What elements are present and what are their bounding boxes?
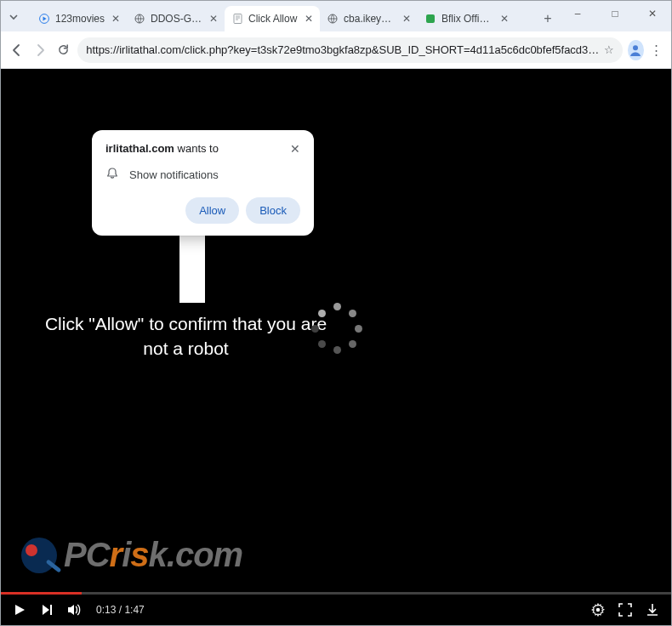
window-controls: – □ ✕ bbox=[559, 1, 671, 31]
tab-close-icon[interactable]: ✕ bbox=[498, 13, 510, 25]
window-close-button[interactable]: ✕ bbox=[634, 1, 671, 26]
globe-favicon-icon bbox=[327, 13, 339, 25]
tab-0[interactable]: 123movies✕ bbox=[31, 6, 127, 31]
permission-close-button[interactable]: ✕ bbox=[290, 142, 300, 156]
watermark-text: PCrisk.com bbox=[64, 536, 242, 574]
green-favicon-icon bbox=[424, 13, 436, 25]
maximize-button[interactable]: □ bbox=[596, 1, 634, 26]
tab-close-icon[interactable]: ✕ bbox=[110, 13, 122, 25]
permission-site: irlitathal.com bbox=[105, 142, 174, 155]
settings-button[interactable] bbox=[591, 603, 605, 617]
tab-label: Bflix Official bbox=[441, 13, 493, 25]
bell-icon bbox=[105, 168, 119, 182]
tab-label: 123movies bbox=[55, 13, 105, 25]
video-duration: 1:47 bbox=[124, 604, 144, 616]
forward-button bbox=[31, 38, 48, 62]
video-current-time: 0:13 bbox=[96, 604, 116, 616]
tab-3[interactable]: cba.ikeymonitor✕ bbox=[320, 6, 418, 31]
tab-label: cba.ikeymonitor bbox=[344, 13, 396, 25]
permission-item-label: Show notifications bbox=[129, 168, 219, 181]
watermark-logo-icon bbox=[21, 538, 57, 573]
svg-point-5 bbox=[633, 45, 638, 50]
svg-point-6 bbox=[596, 608, 600, 612]
next-button[interactable] bbox=[40, 603, 54, 617]
tab-4[interactable]: Bflix Official✕ bbox=[418, 6, 515, 31]
toolbar: https://irlitathal.com/click.php?key=t3s… bbox=[1, 31, 671, 69]
play-favicon-icon bbox=[38, 13, 50, 25]
tab-label: Click Allow bbox=[248, 13, 298, 25]
browser-menu-button[interactable]: ⋮ bbox=[649, 43, 664, 58]
bookmark-star-icon[interactable]: ☆ bbox=[604, 43, 614, 56]
reload-button[interactable] bbox=[54, 38, 72, 62]
tab-close-icon[interactable]: ✕ bbox=[303, 13, 315, 25]
tab-2[interactable]: Click Allow✕ bbox=[225, 6, 320, 31]
volume-button[interactable] bbox=[67, 603, 83, 617]
doc-favicon-icon bbox=[231, 13, 243, 25]
watermark: PCrisk.com bbox=[21, 536, 242, 574]
tab-1[interactable]: DDOS-GUARD✕ bbox=[127, 6, 225, 31]
captcha-message: Click "Allow" to confirm that you are no… bbox=[35, 311, 337, 361]
video-time: 0:13 / 1:47 bbox=[96, 604, 145, 616]
fullscreen-button[interactable] bbox=[618, 603, 632, 617]
video-controls: 0:13 / 1:47 bbox=[1, 595, 671, 625]
tab-close-icon[interactable]: ✕ bbox=[208, 13, 219, 25]
minimize-button[interactable]: – bbox=[559, 1, 596, 26]
tabstrip: 123movies✕DDOS-GUARD✕Click Allow✕cba.ike… bbox=[26, 1, 535, 31]
svg-rect-2 bbox=[234, 14, 242, 24]
permission-title: irlitathal.com wants to bbox=[105, 142, 219, 155]
svg-rect-4 bbox=[426, 14, 435, 23]
play-button[interactable] bbox=[13, 603, 26, 617]
loading-spinner-icon bbox=[311, 303, 362, 354]
page-content: Click "Allow" to confirm that you are no… bbox=[1, 69, 671, 625]
allow-button[interactable]: Allow bbox=[185, 197, 239, 224]
tab-label: DDOS-GUARD bbox=[151, 13, 202, 25]
tab-search-dropdown[interactable] bbox=[1, 4, 26, 30]
url-text: https://irlitathal.com/click.php?key=t3s… bbox=[86, 43, 599, 56]
profile-avatar[interactable] bbox=[628, 40, 643, 60]
back-button[interactable] bbox=[8, 38, 26, 62]
titlebar: 123movies✕DDOS-GUARD✕Click Allow✕cba.ike… bbox=[1, 1, 671, 31]
block-button[interactable]: Block bbox=[246, 197, 300, 224]
browser-window: 123movies✕DDOS-GUARD✕Click Allow✕cba.ike… bbox=[0, 0, 672, 626]
notification-permission-dialog: irlitathal.com wants to ✕ Show notificat… bbox=[92, 130, 314, 236]
globe-favicon-icon bbox=[134, 13, 145, 25]
address-bar[interactable]: https://irlitathal.com/click.php?key=t3s… bbox=[77, 37, 623, 63]
new-tab-button[interactable]: + bbox=[537, 8, 559, 30]
download-button[interactable] bbox=[646, 603, 659, 617]
tab-close-icon[interactable]: ✕ bbox=[401, 13, 413, 25]
